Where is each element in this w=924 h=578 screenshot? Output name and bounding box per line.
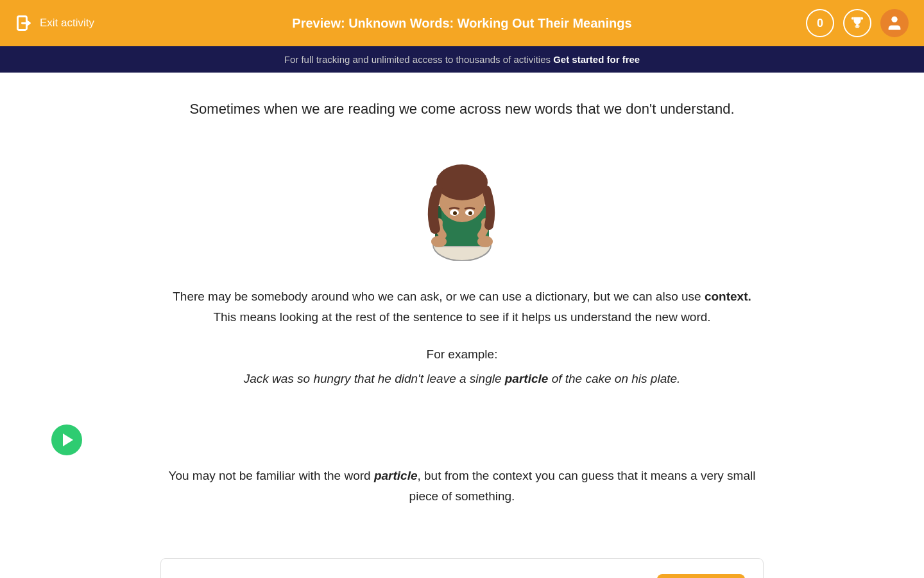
particle-section: You may not be familiar with the word pa… bbox=[109, 466, 815, 559]
trophy-circle[interactable] bbox=[843, 9, 871, 37]
particle-paragraph: You may not be familiar with the word pa… bbox=[160, 466, 764, 507]
svg-point-17 bbox=[468, 211, 472, 215]
svg-rect-2 bbox=[855, 27, 859, 28]
example-particle: particle bbox=[505, 372, 549, 385]
example-after: of the cake on his plate. bbox=[548, 372, 680, 385]
trophy-icon bbox=[850, 16, 864, 30]
play-button-row bbox=[51, 425, 924, 455]
start-button[interactable]: Start bbox=[657, 574, 745, 578]
tracking-text: For full tracking and unlimited access t… bbox=[284, 54, 553, 65]
context-continuation: This means looking at the rest of the se… bbox=[213, 310, 710, 324]
score-circle[interactable]: 0 bbox=[806, 9, 834, 37]
svg-point-3 bbox=[891, 17, 897, 22]
exit-icon bbox=[15, 14, 33, 32]
score-value: 0 bbox=[817, 17, 823, 30]
example-sentence: Jack was so hungry that he didn't leave … bbox=[160, 372, 764, 386]
avatar-icon bbox=[886, 14, 903, 32]
main-content: Sometimes when we are reading we come ac… bbox=[109, 73, 815, 425]
example-before: Jack was so hungry that he didn't leave … bbox=[244, 372, 505, 385]
context-bold: context. bbox=[705, 290, 751, 303]
context-text-before: There may be somebody around who we can … bbox=[173, 290, 705, 303]
avatar[interactable] bbox=[880, 9, 909, 37]
svg-point-16 bbox=[453, 211, 457, 215]
exit-button[interactable]: Exit activity bbox=[15, 14, 94, 32]
intro-paragraph: Sometimes when we are reading we come ac… bbox=[160, 98, 764, 119]
bottom-section: This activity contains 10 questions Star… bbox=[109, 558, 815, 578]
tracking-banner: For full tracking and unlimited access t… bbox=[0, 46, 924, 73]
particle-before: You may not be familiar with the word bbox=[169, 469, 374, 482]
particle-word: particle bbox=[374, 469, 418, 482]
header-right: 0 bbox=[806, 9, 909, 37]
context-paragraph: There may be somebody around who we can … bbox=[160, 286, 764, 328]
tracking-cta[interactable]: Get started for free bbox=[553, 54, 640, 65]
play-button[interactable] bbox=[51, 425, 82, 455]
exit-label: Exit activity bbox=[40, 17, 94, 30]
example-label: For example: bbox=[160, 347, 764, 362]
reading-illustration bbox=[391, 145, 533, 261]
svg-point-13 bbox=[436, 164, 488, 200]
page-title: Preview: Unknown Words: Working Out Thei… bbox=[292, 16, 631, 31]
header: Exit activity Preview: Unknown Words: Wo… bbox=[0, 0, 924, 46]
activity-bottom-bar: This activity contains 10 questions Star… bbox=[160, 558, 764, 578]
particle-after: , but from the context you can guess tha… bbox=[409, 469, 756, 503]
illustration-container bbox=[160, 145, 764, 261]
